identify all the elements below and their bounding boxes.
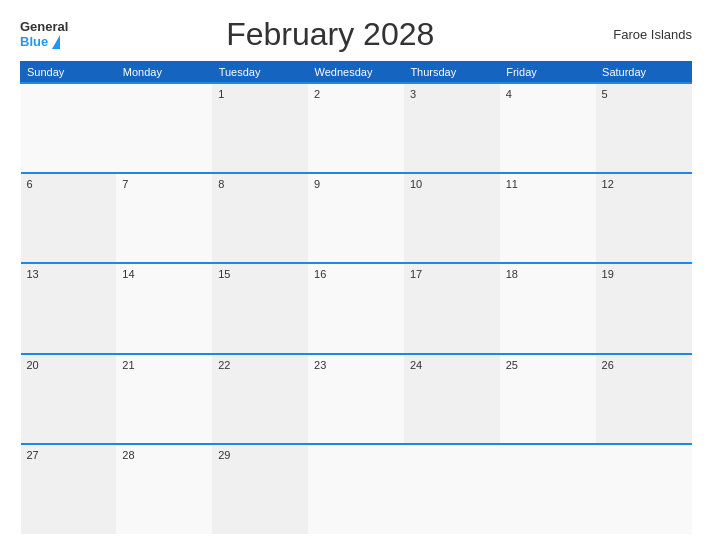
day-number: 12 [602,178,614,190]
calendar-cell: 3 [404,83,500,173]
day-number: 19 [602,268,614,280]
calendar-table: Sunday Monday Tuesday Wednesday Thursday… [20,61,692,534]
day-number: 21 [122,359,134,371]
day-number: 5 [602,88,608,100]
calendar-cell: 17 [404,263,500,353]
day-number: 16 [314,268,326,280]
col-monday: Monday [116,62,212,84]
day-number: 18 [506,268,518,280]
calendar-cell: 12 [596,173,692,263]
day-number: 3 [410,88,416,100]
col-sunday: Sunday [21,62,117,84]
day-number: 23 [314,359,326,371]
day-number: 27 [27,449,39,461]
day-number: 26 [602,359,614,371]
col-thursday: Thursday [404,62,500,84]
day-number: 14 [122,268,134,280]
calendar-cell [21,83,117,173]
day-number: 25 [506,359,518,371]
day-number: 7 [122,178,128,190]
calendar-cell: 26 [596,354,692,444]
calendar-cell: 6 [21,173,117,263]
col-saturday: Saturday [596,62,692,84]
day-number: 22 [218,359,230,371]
calendar-week-3: 13141516171819 [21,263,692,353]
calendar-week-2: 6789101112 [21,173,692,263]
day-number: 28 [122,449,134,461]
calendar-week-5: 272829 [21,444,692,534]
calendar-cell: 19 [596,263,692,353]
logo-general-text: General [20,20,68,34]
day-number: 24 [410,359,422,371]
calendar-cell [116,83,212,173]
calendar-week-4: 20212223242526 [21,354,692,444]
calendar-cell [404,444,500,534]
day-number: 8 [218,178,224,190]
calendar-cell: 4 [500,83,596,173]
calendar-cell: 13 [21,263,117,353]
day-number: 2 [314,88,320,100]
day-number: 17 [410,268,422,280]
logo-triangle-icon [52,35,60,49]
calendar-title: February 2028 [68,16,592,53]
day-number: 29 [218,449,230,461]
calendar-week-1: 12345 [21,83,692,173]
calendar-cell: 11 [500,173,596,263]
calendar-cell: 15 [212,263,308,353]
day-number: 20 [27,359,39,371]
day-number: 11 [506,178,518,190]
calendar-cell: 5 [596,83,692,173]
calendar-cell: 22 [212,354,308,444]
calendar-cell: 25 [500,354,596,444]
region-label: Faroe Islands [592,27,692,42]
calendar-cell: 8 [212,173,308,263]
calendar-cell: 28 [116,444,212,534]
calendar-cell: 14 [116,263,212,353]
calendar-cell [500,444,596,534]
day-number: 15 [218,268,230,280]
calendar-cell: 1 [212,83,308,173]
calendar-cell: 16 [308,263,404,353]
calendar-cell: 23 [308,354,404,444]
calendar-cell: 18 [500,263,596,353]
day-number: 4 [506,88,512,100]
logo-blue-text: Blue [20,35,48,49]
calendar-cell: 29 [212,444,308,534]
col-tuesday: Tuesday [212,62,308,84]
day-number: 13 [27,268,39,280]
day-number: 6 [27,178,33,190]
calendar-cell [596,444,692,534]
calendar-header: General Blue February 2028 Faroe Islands [20,16,692,53]
day-number: 9 [314,178,320,190]
calendar-cell [308,444,404,534]
calendar-cell: 21 [116,354,212,444]
col-wednesday: Wednesday [308,62,404,84]
calendar-page: General Blue February 2028 Faroe Islands… [0,0,712,550]
calendar-cell: 2 [308,83,404,173]
calendar-cell: 24 [404,354,500,444]
col-friday: Friday [500,62,596,84]
calendar-header-row: Sunday Monday Tuesday Wednesday Thursday… [21,62,692,84]
calendar-cell: 7 [116,173,212,263]
logo: General Blue [20,20,68,49]
calendar-cell: 10 [404,173,500,263]
calendar-cell: 20 [21,354,117,444]
day-number: 10 [410,178,422,190]
calendar-cell: 27 [21,444,117,534]
calendar-cell: 9 [308,173,404,263]
day-number: 1 [218,88,224,100]
